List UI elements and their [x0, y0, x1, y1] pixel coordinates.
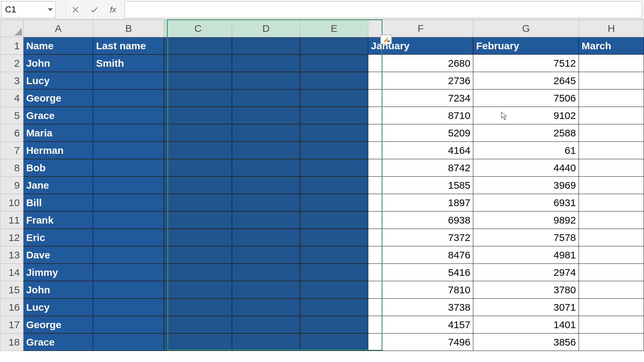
- row-header-6[interactable]: 6: [0, 124, 23, 142]
- cell[interactable]: [232, 72, 300, 89]
- cell[interactable]: 9892: [473, 212, 579, 229]
- cell[interactable]: 4981: [473, 246, 579, 264]
- cell[interactable]: 1585: [368, 177, 473, 194]
- cell[interactable]: [232, 334, 300, 351]
- cell[interactable]: [232, 55, 300, 72]
- cell[interactable]: [232, 107, 300, 124]
- cell[interactable]: [300, 124, 368, 142]
- cell[interactable]: [93, 299, 164, 316]
- cell[interactable]: 8742: [368, 159, 473, 177]
- row-header-4[interactable]: 4: [0, 89, 23, 107]
- row-header-2[interactable]: 2: [0, 55, 23, 72]
- cell[interactable]: 7372: [368, 229, 473, 246]
- cell[interactable]: [300, 89, 368, 107]
- row-header-15[interactable]: 15: [0, 281, 23, 299]
- column-header-C[interactable]: C: [164, 20, 232, 37]
- cell[interactable]: [232, 316, 300, 334]
- cell[interactable]: [164, 299, 232, 316]
- cell[interactable]: 3738: [368, 299, 473, 316]
- cell[interactable]: [579, 299, 644, 316]
- row-header-5[interactable]: 5: [0, 107, 23, 124]
- cell[interactable]: [232, 159, 300, 177]
- row-header-16[interactable]: 16: [0, 299, 23, 316]
- cell[interactable]: [300, 316, 368, 334]
- cell[interactable]: 2680: [368, 55, 473, 72]
- cell[interactable]: 61: [473, 142, 579, 159]
- select-all-corner[interactable]: [0, 20, 23, 37]
- cell[interactable]: Smith: [93, 55, 164, 72]
- row-header-9[interactable]: 9: [0, 177, 23, 194]
- row-header-8[interactable]: 8: [0, 159, 23, 177]
- cell[interactable]: [579, 264, 644, 281]
- cell[interactable]: 6931: [473, 194, 579, 212]
- cell[interactable]: [300, 177, 368, 194]
- cell[interactable]: 3780: [473, 281, 579, 299]
- cell[interactable]: [93, 107, 164, 124]
- cell[interactable]: [579, 159, 644, 177]
- cell[interactable]: [93, 264, 164, 281]
- cell[interactable]: Last name: [93, 37, 164, 55]
- cell[interactable]: 2974: [473, 264, 579, 281]
- cell[interactable]: [579, 316, 644, 334]
- cell[interactable]: Dave: [23, 246, 93, 264]
- row-header-1[interactable]: 1: [0, 37, 23, 55]
- cell[interactable]: [164, 194, 232, 212]
- cell[interactable]: Eric: [23, 229, 93, 246]
- cell[interactable]: 5209: [368, 124, 473, 142]
- cell[interactable]: Frank: [23, 212, 93, 229]
- cell[interactable]: [579, 55, 644, 72]
- cell[interactable]: Bob: [23, 159, 93, 177]
- cell[interactable]: [579, 142, 644, 159]
- cell[interactable]: [579, 246, 644, 264]
- cell[interactable]: [300, 55, 368, 72]
- cell[interactable]: George: [23, 316, 93, 334]
- cell[interactable]: [232, 281, 300, 299]
- cell[interactable]: [164, 55, 232, 72]
- cell[interactable]: 3856: [473, 334, 579, 351]
- cell[interactable]: 6938: [368, 212, 473, 229]
- cell[interactable]: [164, 281, 232, 299]
- cancel-entry-button[interactable]: [66, 1, 85, 18]
- cell[interactable]: John: [23, 55, 93, 72]
- cell[interactable]: Lucy: [23, 72, 93, 89]
- cell[interactable]: [232, 142, 300, 159]
- cell[interactable]: [93, 281, 164, 299]
- name-box[interactable]: [1, 1, 56, 18]
- row-header-14[interactable]: 14: [0, 264, 23, 281]
- cell[interactable]: [232, 246, 300, 264]
- column-header-H[interactable]: H: [579, 20, 644, 37]
- cell[interactable]: [93, 334, 164, 351]
- cell[interactable]: [164, 142, 232, 159]
- column-header-D[interactable]: D: [232, 20, 300, 37]
- cell[interactable]: [300, 107, 368, 124]
- cell[interactable]: [93, 316, 164, 334]
- cell[interactable]: [93, 124, 164, 142]
- cell[interactable]: [93, 246, 164, 264]
- cell[interactable]: 7810: [368, 281, 473, 299]
- row-header-18[interactable]: 18: [0, 334, 23, 351]
- cell[interactable]: [164, 107, 232, 124]
- cell[interactable]: [93, 89, 164, 107]
- column-header-G[interactable]: G: [473, 20, 579, 37]
- cell[interactable]: [93, 229, 164, 246]
- insert-function-button[interactable]: fx: [104, 1, 122, 18]
- cell[interactable]: [232, 229, 300, 246]
- cell[interactable]: [232, 37, 300, 55]
- cell[interactable]: 8476: [368, 246, 473, 264]
- row-header-7[interactable]: 7: [0, 142, 23, 159]
- cell[interactable]: George: [23, 89, 93, 107]
- row-header-17[interactable]: 17: [0, 316, 23, 334]
- cell[interactable]: [164, 89, 232, 107]
- column-header-A[interactable]: A: [23, 20, 93, 37]
- column-header-F[interactable]: F: [368, 20, 473, 37]
- cell[interactable]: [579, 72, 644, 89]
- name-box-input[interactable]: [2, 2, 42, 18]
- cell[interactable]: 8710: [368, 107, 473, 124]
- cell[interactable]: [232, 299, 300, 316]
- cell[interactable]: [300, 246, 368, 264]
- cell[interactable]: March: [579, 37, 644, 55]
- cell[interactable]: Name: [23, 37, 93, 55]
- cell[interactable]: Maria: [23, 124, 93, 142]
- cell[interactable]: 1401: [473, 316, 579, 334]
- cell[interactable]: [164, 246, 232, 264]
